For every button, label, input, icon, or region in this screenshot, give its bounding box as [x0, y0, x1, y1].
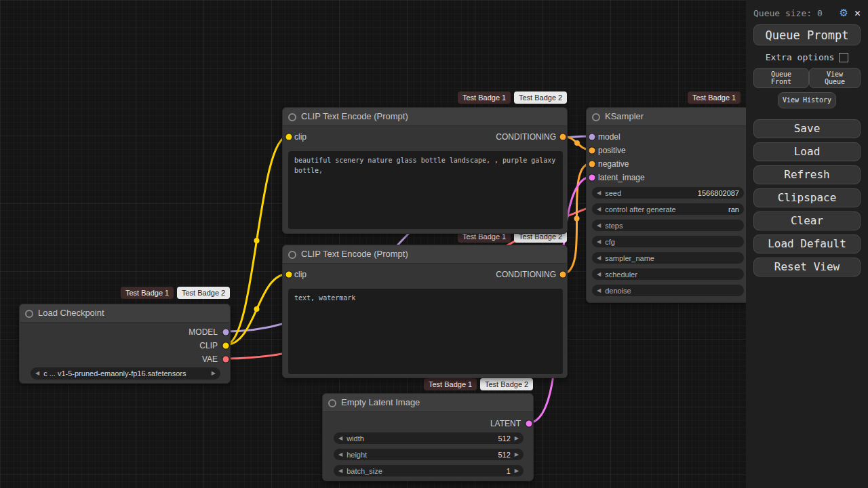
- save-button[interactable]: Save: [753, 119, 861, 138]
- widget-right-arrow-icon[interactable]: ▶: [515, 436, 519, 441]
- output-label-conditioning: CONDITIONING: [496, 132, 556, 142]
- node-header[interactable]: CLIP Text Encode (Prompt): [283, 108, 567, 126]
- node-badge: Test Badge 2: [514, 92, 567, 104]
- ckpt-name-combo[interactable]: ◀ c ... v1-5-pruned-emaonly-fp16.safeten…: [31, 367, 220, 380]
- queue-front-button[interactable]: Queue Front: [753, 68, 809, 88]
- clipspace-button[interactable]: Clipspace: [753, 188, 861, 207]
- combo-left-arrow-icon[interactable]: ◀: [35, 371, 39, 376]
- widget-label: scheduler: [605, 270, 637, 279]
- prompt-text-input[interactable]: beautiful scenery nature glass bottle la…: [288, 151, 563, 229]
- input-slot-clip[interactable]: [286, 134, 292, 140]
- denoise-widget[interactable]: ◀ denoise: [592, 285, 744, 296]
- widget-left-arrow-icon[interactable]: ◀: [597, 256, 601, 261]
- output-label-model: MODEL: [189, 327, 218, 337]
- input-label-clip: clip: [294, 132, 307, 142]
- extra-options-label: Extra options: [766, 52, 835, 62]
- output-slot-clip[interactable]: [223, 343, 229, 349]
- extra-options-checkbox[interactable]: [839, 53, 848, 62]
- queue-size-label: Queue size: 0: [753, 8, 833, 18]
- widget-left-arrow-icon[interactable]: ◀: [597, 223, 601, 228]
- width-widget[interactable]: ◀ width 512 ▶: [334, 432, 524, 444]
- combo-right-arrow-icon[interactable]: ▶: [212, 371, 216, 376]
- node-title: Empty Latent Image: [341, 397, 420, 407]
- seed-widget[interactable]: ◀ seed 1566802087: [592, 187, 744, 199]
- widget-label: control after generate: [605, 205, 676, 214]
- collapse-toggle-icon[interactable]: [288, 251, 296, 259]
- widget-left-arrow-icon[interactable]: ◀: [338, 468, 342, 474]
- output-label-clip: CLIP: [199, 341, 218, 350]
- node-badge: Test Badge 1: [688, 92, 741, 104]
- output-slot-model[interactable]: [223, 329, 229, 336]
- control-after-generate-widget[interactable]: ◀ control after generate ran: [592, 203, 744, 215]
- load-button[interactable]: Load: [753, 142, 861, 161]
- widget-label: cfg: [605, 238, 615, 246]
- clear-button[interactable]: Clear: [753, 211, 861, 230]
- widget-right-arrow-icon[interactable]: ▶: [515, 468, 519, 474]
- input-label-latent-image: latent_image: [598, 173, 645, 182]
- widget-label: width: [347, 434, 364, 443]
- widget-value: ran: [728, 205, 739, 214]
- widget-left-arrow-icon[interactable]: ◀: [597, 190, 601, 196]
- input-label-positive: positive: [598, 146, 626, 155]
- node-clip-text-encode-negative[interactable]: CLIP Text Encode (Prompt) clip CONDITION…: [282, 245, 568, 378]
- input-slot-positive[interactable]: [589, 148, 595, 154]
- queue-prompt-button[interactable]: Queue Prompt: [753, 24, 861, 45]
- widget-left-arrow-icon[interactable]: ◀: [597, 272, 601, 277]
- node-header[interactable]: CLIP Text Encode (Prompt): [283, 245, 567, 264]
- node-empty-latent-image[interactable]: Empty Latent Image LATENT ◀ width 512 ▶ …: [322, 393, 534, 481]
- comfy-menu-panel: Queue size: 0 ⚙ ✕ Queue Prompt Extra opt…: [746, 0, 868, 488]
- node-ksampler[interactable]: KSampler model positive negative latent_…: [586, 107, 749, 303]
- widget-left-arrow-icon[interactable]: ◀: [338, 452, 342, 458]
- output-slot-conditioning[interactable]: [560, 272, 566, 278]
- node-header[interactable]: KSampler: [587, 108, 748, 126]
- collapse-toggle-icon[interactable]: [25, 310, 33, 318]
- input-slot-latent-image[interactable]: [589, 175, 595, 181]
- cfg-widget[interactable]: ◀ cfg: [592, 236, 744, 247]
- input-label-clip: clip: [294, 270, 307, 279]
- close-icon[interactable]: ✕: [854, 7, 861, 19]
- output-label-vae: VAE: [202, 354, 218, 364]
- wire-midpoint-dot: [574, 140, 580, 146]
- node-header[interactable]: Empty Latent Image: [323, 394, 533, 412]
- refresh-button[interactable]: Refresh: [753, 165, 861, 184]
- node-title: CLIP Text Encode (Prompt): [301, 111, 408, 121]
- steps-widget[interactable]: ◀ steps: [592, 220, 744, 231]
- collapse-toggle-icon[interactable]: [592, 113, 600, 121]
- batch-size-widget[interactable]: ◀ batch_size 1 ▶: [334, 465, 524, 476]
- scheduler-widget[interactable]: ◀ scheduler: [592, 268, 744, 280]
- widget-left-arrow-icon[interactable]: ◀: [597, 288, 601, 293]
- collapse-toggle-icon[interactable]: [288, 113, 296, 121]
- output-slot-vae[interactable]: [223, 357, 229, 363]
- sampler-name-widget[interactable]: ◀ sampler_name: [592, 252, 744, 264]
- wire-clip-to-positive: [225, 136, 288, 345]
- output-slot-latent[interactable]: [526, 421, 532, 427]
- input-slot-negative[interactable]: [589, 161, 595, 167]
- node-load-checkpoint[interactable]: Load Checkpoint MODEL CLIP VAE ◀ c ... v…: [19, 304, 231, 384]
- input-label-negative: negative: [598, 159, 629, 169]
- height-widget[interactable]: ◀ height 512 ▶: [334, 449, 524, 460]
- prompt-text-input[interactable]: text, watermark: [288, 289, 563, 374]
- input-slot-model[interactable]: [589, 134, 595, 140]
- node-clip-text-encode-positive[interactable]: CLIP Text Encode (Prompt) clip CONDITION…: [282, 107, 568, 234]
- widget-right-arrow-icon[interactable]: ▶: [515, 452, 519, 458]
- widget-label: sampler_name: [605, 254, 654, 262]
- view-history-button[interactable]: View History: [778, 92, 836, 108]
- reset-view-button[interactable]: Reset View: [753, 258, 861, 277]
- output-slot-conditioning[interactable]: [560, 134, 566, 140]
- output-label-conditioning: CONDITIONING: [496, 270, 556, 279]
- ckpt-name-value: c ... v1-5-pruned-emaonly-fp16.safetenso…: [43, 369, 208, 378]
- widget-left-arrow-icon[interactable]: ◀: [338, 436, 342, 441]
- node-graph-canvas[interactable]: Test Badge 1 Test Badge 2 Test Badge 1 T…: [0, 0, 868, 488]
- load-default-button[interactable]: Load Default: [753, 235, 861, 253]
- node-badge: Test Badge 2: [480, 378, 533, 390]
- collapse-toggle-icon[interactable]: [328, 399, 336, 407]
- node-badge: Test Badge 1: [458, 92, 511, 104]
- output-label-latent: LATENT: [490, 419, 521, 428]
- node-title: Load Checkpoint: [38, 308, 104, 318]
- settings-gear-icon[interactable]: ⚙: [840, 7, 848, 19]
- widget-left-arrow-icon[interactable]: ◀: [597, 207, 601, 212]
- widget-left-arrow-icon[interactable]: ◀: [597, 239, 601, 245]
- node-header[interactable]: Load Checkpoint: [20, 304, 230, 323]
- view-queue-button[interactable]: View Queue: [809, 68, 861, 88]
- input-slot-clip[interactable]: [286, 272, 292, 278]
